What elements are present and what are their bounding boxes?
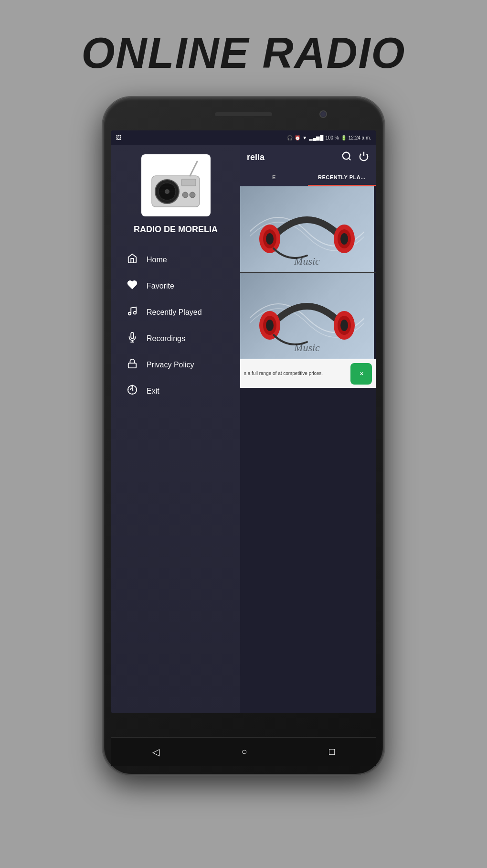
- ad-text: s a full range of at competitive prices.: [244, 370, 347, 377]
- headphones-svg-2: [250, 280, 364, 352]
- privacy-policy-label: Privacy Policy: [147, 361, 194, 369]
- main-content: relia: [240, 145, 376, 713]
- drawer-item-home[interactable]: Home: [116, 246, 235, 273]
- station-list: Music Kiss FM (Moreli... ⋮: [240, 186, 376, 713]
- svg-point-6: [182, 192, 188, 198]
- ad-close-icon[interactable]: ✕: [350, 363, 372, 385]
- svg-point-33: [340, 320, 348, 331]
- drawer-item-privacy-policy[interactable]: Privacy Policy: [116, 352, 235, 378]
- privacy-policy-icon: [126, 358, 139, 371]
- drawer-item-recordings[interactable]: Recordings: [116, 325, 235, 352]
- app-toolbar: relia: [240, 145, 376, 170]
- favorite-icon: [126, 279, 139, 292]
- station-item-1[interactable]: Music Kiss FM (Moreli... ⋮: [240, 186, 376, 273]
- back-button[interactable]: ◁: [152, 746, 159, 758]
- battery-icon: 🔋: [341, 135, 347, 140]
- favorite-label: Favorite: [147, 282, 174, 290]
- music-text-2: Music: [294, 342, 320, 354]
- phone-mockup: 🖼 🎧 ⏰ ▼ ▂▄▆█ 100 % 🔋 12:24 a.m.: [103, 97, 384, 775]
- home-button[interactable]: ○: [241, 746, 247, 757]
- svg-point-27: [340, 233, 348, 245]
- drawer-logo: [141, 154, 211, 216]
- notification-icon: 🖼: [116, 135, 121, 140]
- drawer-item-favorite[interactable]: Favorite: [116, 273, 235, 299]
- exit-label: Exit: [147, 387, 159, 396]
- wifi-icon: ▼: [302, 135, 307, 140]
- drawer-item-exit[interactable]: Exit: [116, 378, 235, 404]
- phone-navbar: ◁ ○ □: [111, 737, 376, 766]
- navigation-drawer: RADIO DE MORELIA Home: [111, 145, 240, 713]
- svg-rect-4: [181, 179, 196, 186]
- svg-point-30: [266, 320, 274, 331]
- recordings-label: Recordings: [147, 334, 185, 343]
- home-icon: [126, 253, 139, 266]
- phone-speaker: [215, 112, 272, 116]
- headphones-bg-1: Music: [240, 186, 374, 272]
- svg-line-8: [190, 161, 197, 176]
- power-icon[interactable]: [359, 151, 369, 164]
- battery-percent: 100 %: [325, 135, 339, 140]
- home-label: Home: [147, 256, 167, 264]
- status-bar: 🖼 🎧 ⏰ ▼ ▂▄▆█ 100 % 🔋 12:24 a.m.: [111, 130, 376, 145]
- page-title: ONLINE RADIO: [81, 29, 405, 78]
- svg-rect-16: [128, 363, 137, 368]
- radio-icon-svg: [147, 159, 204, 212]
- toolbar-icons: [341, 151, 369, 164]
- svg-point-12: [128, 312, 131, 315]
- drawer-menu: Home Favorite: [111, 246, 240, 404]
- tab-recently-played[interactable]: RECENTLY PLA...: [308, 170, 376, 186]
- station-info-1: Kiss FM (Moreli... ⋮: [374, 217, 376, 241]
- svg-point-19: [343, 152, 350, 159]
- alarm-status-icon: ⏰: [295, 135, 300, 140]
- app-content: RADIO DE MORELIA Home: [111, 145, 376, 713]
- ad-banner: s a full range of at competitive prices.…: [240, 359, 376, 388]
- svg-line-20: [349, 158, 350, 160]
- music-text-1: Music: [294, 255, 320, 268]
- exit-icon: [126, 385, 139, 397]
- recent-apps-button[interactable]: □: [329, 746, 335, 757]
- headphones-bg-2: Music: [240, 273, 374, 359]
- svg-point-7: [190, 192, 195, 198]
- drawer-station-title: RADIO DE MORELIA: [134, 224, 218, 235]
- station-info-2: Exa 89.3 FM ⋮: [374, 300, 376, 332]
- recently-played-label: Recently Played: [147, 308, 202, 317]
- headphone-status-icon: 🎧: [287, 135, 293, 140]
- headphones-svg-1: [250, 193, 364, 265]
- phone-camera: [319, 110, 327, 118]
- time-display: 12:24 a.m.: [349, 135, 371, 140]
- status-left: 🖼: [116, 135, 121, 140]
- toolbar-title: relia: [247, 152, 265, 162]
- tab-favourite[interactable]: E: [240, 170, 308, 186]
- drawer-item-recently-played[interactable]: Recently Played: [116, 299, 235, 325]
- status-right: 🎧 ⏰ ▼ ▂▄▆█ 100 % 🔋 12:24 a.m.: [287, 135, 371, 140]
- station-thumbnail-1: Music: [240, 186, 374, 272]
- station-thumbnail-2: Music: [240, 273, 374, 359]
- tabs-bar: E RECENTLY PLA...: [240, 170, 376, 186]
- signal-bars: ▂▄▆█: [309, 135, 323, 140]
- svg-point-24: [266, 233, 274, 245]
- recently-played-icon: [126, 306, 139, 319]
- recordings-icon: [126, 332, 139, 345]
- svg-point-13: [134, 311, 137, 314]
- search-icon[interactable]: [341, 151, 352, 164]
- phone-screen: 🖼 🎧 ⏰ ▼ ▂▄▆█ 100 % 🔋 12:24 a.m.: [111, 130, 376, 713]
- station-item-2[interactable]: Music Exa 89.3 FM ⋮: [240, 273, 376, 359]
